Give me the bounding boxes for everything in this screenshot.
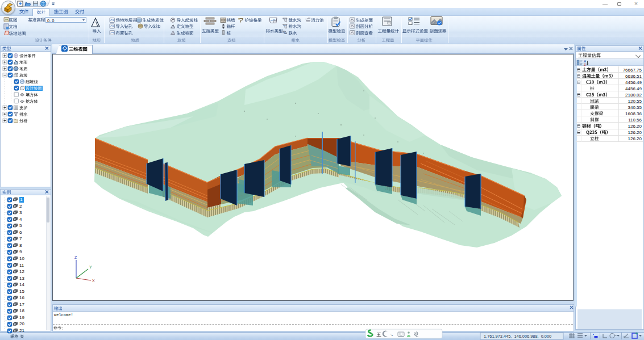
svg-text:Z: Z: [74, 255, 77, 259]
svg-text:X: X: [92, 279, 95, 283]
svg-text:Y: Y: [89, 265, 92, 269]
